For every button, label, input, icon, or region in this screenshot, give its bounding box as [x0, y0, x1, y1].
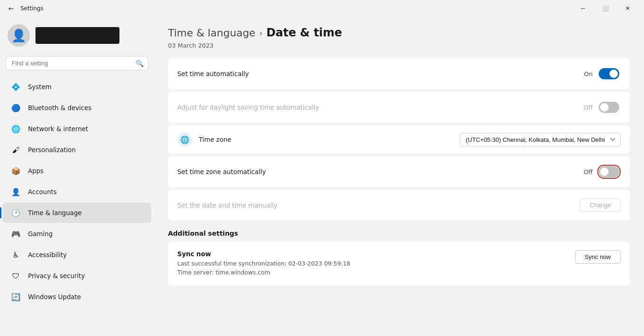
- daylight-saving-status: Off: [584, 104, 593, 111]
- nav-icon-personalization: 🖌: [10, 144, 21, 155]
- timezone-select[interactable]: (UTC+05:30) Chennai, Kolkata, Mumbai, Ne…: [460, 133, 621, 147]
- back-icon[interactable]: ←: [6, 4, 17, 13]
- nav-label-bluetooth: Bluetooth & devices: [28, 104, 91, 112]
- nav-icon-gaming: 🎮: [10, 228, 21, 239]
- nav-icon-update: 🔄: [10, 291, 21, 302]
- sidebar-nav: 💠 System 🔵 Bluetooth & devices 🌐 Network…: [0, 76, 154, 308]
- daylight-saving-toggle[interactable]: [599, 102, 619, 113]
- sync-now-button[interactable]: Sync now: [575, 250, 621, 264]
- set-timezone-auto-thumb: [600, 168, 609, 176]
- set-time-auto-status: On: [584, 70, 593, 77]
- nav-label-personalization: Personalization: [28, 146, 76, 154]
- set-date-manual-right: Change: [580, 198, 621, 212]
- daylight-saving-card: Adjust for daylight saving time automati…: [168, 92, 630, 123]
- set-time-auto-row: Set time automatically On: [168, 58, 630, 89]
- timezone-left: 🌐 Time zone: [177, 132, 231, 147]
- daylight-saving-thumb: [600, 103, 609, 112]
- sidebar-item-accounts[interactable]: 👤 Accounts: [3, 182, 151, 202]
- set-time-auto-label: Set time automatically: [177, 70, 249, 77]
- nav-label-privacy: Privacy & security: [28, 272, 85, 280]
- sidebar-item-apps[interactable]: 📦 Apps: [3, 161, 151, 181]
- breadcrumb: Time & language › Date & time: [168, 26, 630, 39]
- sync-header: Sync now Last successful time synchroniz…: [177, 250, 621, 277]
- breadcrumb-parent: Time & language: [168, 27, 255, 39]
- sync-card: Sync now Last successful time synchroniz…: [168, 242, 630, 286]
- avatar: 👤: [7, 24, 30, 47]
- sync-info: Sync now Last successful time synchroniz…: [177, 250, 350, 277]
- search-box: 🔍: [6, 56, 148, 70]
- nav-label-network: Network & internet: [28, 125, 88, 133]
- nav-label-update: Windows Update: [28, 293, 81, 301]
- nav-label-gaming: Gaming: [28, 230, 53, 238]
- sidebar-item-update[interactable]: 🔄 Windows Update: [3, 287, 151, 307]
- search-icon: 🔍: [136, 60, 144, 67]
- nav-label-timelang: Time & language: [28, 209, 82, 217]
- timezone-row: 🌐 Time zone (UTC+05:30) Chennai, Kolkata…: [168, 126, 630, 154]
- sidebar-item-gaming[interactable]: 🎮 Gaming: [3, 224, 151, 244]
- user-icon: 👤: [11, 28, 26, 42]
- maximize-button[interactable]: ⬜: [595, 2, 616, 15]
- breadcrumb-separator: ›: [259, 28, 262, 38]
- daylight-saving-toggle-wrapper: [597, 100, 621, 114]
- nav-icon-timelang: 🕐: [10, 207, 21, 218]
- set-time-auto-toggle-wrapper: [597, 67, 621, 81]
- sidebar-item-accessibility[interactable]: ♿ Accessibility: [3, 245, 151, 265]
- main-content: Time & language › Date & time 03 March 2…: [154, 17, 644, 336]
- nav-icon-apps: 📦: [10, 165, 21, 176]
- app-container: 👤 🔍 💠 System 🔵 Bluetooth & devices 🌐 Net…: [0, 17, 644, 336]
- title-bar: ← Settings ─ ⬜ ✕: [0, 0, 644, 17]
- page-date: 03 March 2023: [168, 42, 630, 49]
- sidebar-item-timelang[interactable]: 🕐 Time & language: [3, 203, 151, 223]
- set-timezone-auto-row: Set time zone automatically Off: [168, 156, 630, 187]
- sidebar-item-bluetooth[interactable]: 🔵 Bluetooth & devices: [3, 98, 151, 118]
- set-timezone-auto-card: Set time zone automatically Off: [168, 156, 630, 187]
- close-button[interactable]: ✕: [617, 2, 638, 15]
- daylight-saving-row: Adjust for daylight saving time automati…: [168, 92, 630, 123]
- set-time-auto-right: On: [584, 67, 621, 81]
- user-name-box: [35, 27, 119, 44]
- minimize-button[interactable]: ─: [572, 2, 594, 15]
- window-title: Settings: [21, 5, 43, 12]
- sidebar-item-personalization[interactable]: 🖌 Personalization: [3, 140, 151, 160]
- additional-settings-title: Additional settings: [168, 230, 630, 237]
- sidebar-item-network[interactable]: 🌐 Network & internet: [3, 119, 151, 139]
- set-timezone-auto-toggle-wrapper: [597, 165, 621, 179]
- set-time-auto-card: Set time automatically On: [168, 58, 630, 89]
- nav-icon-accessibility: ♿: [10, 249, 21, 260]
- nav-label-apps: Apps: [28, 167, 43, 175]
- set-timezone-auto-label: Set time zone automatically: [177, 168, 266, 175]
- sidebar: 👤 🔍 💠 System 🔵 Bluetooth & devices 🌐 Net…: [0, 17, 154, 336]
- nav-icon-network: 🌐: [10, 123, 21, 134]
- set-date-manual-row: Set the date and time manually Change: [168, 190, 630, 220]
- nav-icon-system: 💠: [10, 81, 21, 92]
- search-input[interactable]: [6, 56, 148, 70]
- set-timezone-auto-status: Off: [584, 168, 593, 175]
- timezone-label: Time zone: [199, 136, 231, 143]
- user-profile: 👤: [0, 17, 154, 56]
- breadcrumb-current: Date & time: [266, 26, 343, 39]
- timezone-card: 🌐 Time zone (UTC+05:30) Chennai, Kolkata…: [168, 126, 630, 154]
- daylight-saving-label: Adjust for daylight saving time automati…: [177, 104, 319, 111]
- sync-last-sync: Last successful time synchronization: 02…: [177, 259, 350, 268]
- set-timezone-auto-right: Off: [584, 165, 621, 179]
- sync-title: Sync now: [177, 250, 350, 258]
- nav-icon-privacy: 🛡: [10, 270, 21, 281]
- set-time-auto-toggle[interactable]: [599, 68, 619, 79]
- nav-label-accounts: Accounts: [28, 188, 57, 196]
- nav-label-accessibility: Accessibility: [28, 251, 67, 259]
- sidebar-item-privacy[interactable]: 🛡 Privacy & security: [3, 266, 151, 286]
- sync-server: Time server: time.windows.com: [177, 268, 350, 277]
- change-date-button[interactable]: Change: [580, 198, 621, 212]
- set-timezone-auto-toggle[interactable]: [599, 166, 619, 177]
- set-date-manual-card: Set the date and time manually Change: [168, 190, 630, 220]
- set-time-auto-thumb: [609, 70, 618, 78]
- nav-label-system: System: [28, 83, 51, 91]
- nav-icon-accounts: 👤: [10, 186, 21, 197]
- window-controls: ─ ⬜ ✕: [572, 2, 638, 15]
- set-date-manual-label: Set the date and time manually: [177, 202, 277, 209]
- sidebar-item-system[interactable]: 💠 System: [3, 77, 151, 97]
- nav-icon-bluetooth: 🔵: [10, 102, 21, 113]
- daylight-saving-right: Off: [584, 100, 621, 114]
- timezone-icon: 🌐: [177, 132, 192, 147]
